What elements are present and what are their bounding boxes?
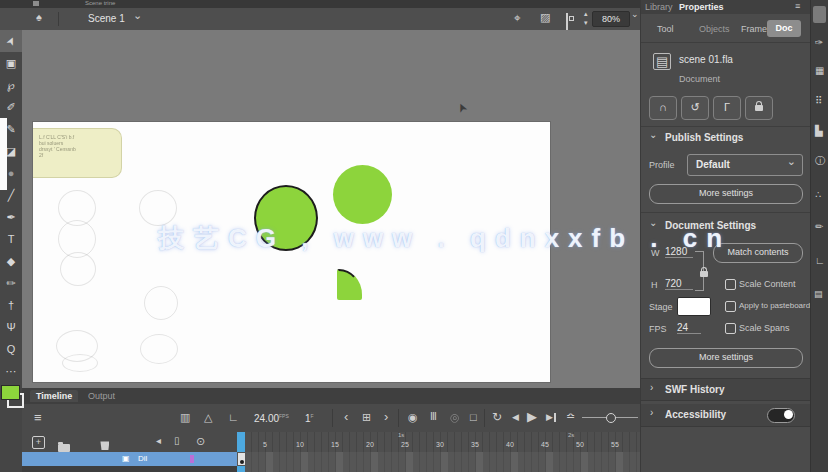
swf-history-row[interactable]: › SWF History — [641, 378, 811, 401]
zoom-dropdown-icon[interactable]: ⌄ — [631, 10, 639, 19]
fps-input[interactable]: 24 — [677, 322, 701, 334]
publish-collapse-icon[interactable]: ⌄ — [649, 130, 657, 140]
prev-keyframe-icon[interactable]: ‹ — [344, 410, 348, 423]
subselection-tool[interactable]: ▣ — [0, 52, 22, 74]
scale-spans-checkbox[interactable] — [725, 323, 736, 334]
onion-range-icon[interactable]: ◎ — [450, 412, 460, 423]
publish-settings-title[interactable]: Publish Settings — [665, 132, 743, 143]
zoom-tool[interactable]: Q — [0, 338, 22, 360]
more-tools-button[interactable]: ⋯ — [0, 360, 22, 382]
step-back-icon[interactable]: ◀ — [512, 413, 519, 422]
height-input[interactable]: 720 — [665, 278, 693, 290]
scale-content-checkbox[interactable] — [725, 279, 736, 290]
dock-icon-3[interactable]: ⠿ — [815, 96, 822, 106]
frame-rate-value[interactable]: 24.00FPS — [254, 413, 289, 424]
pen-tool[interactable]: ✒ — [0, 206, 22, 228]
accessibility-toggle[interactable] — [767, 408, 795, 423]
keyframe-cell[interactable] — [237, 452, 246, 466]
center-stage-icon[interactable]: ⌖ — [514, 12, 521, 24]
profile-select[interactable]: Default ⌄ — [687, 154, 803, 176]
frame-grid[interactable] — [238, 452, 640, 472]
layer-name[interactable]: Dil — [138, 454, 147, 463]
tab-objects[interactable]: Objects — [699, 24, 730, 34]
loop-playback-icon[interactable]: ↻ — [492, 411, 502, 423]
stage-color-swatch[interactable] — [677, 297, 711, 316]
pencil-tool[interactable]: ✏ — [0, 272, 22, 294]
collapse-layers-icon[interactable]: ◂ — [156, 436, 161, 446]
resize-timeline-icon[interactable]: ≏ — [566, 411, 575, 422]
text-tool[interactable]: T — [0, 228, 22, 250]
docset-more-settings-button[interactable]: More settings — [649, 348, 803, 368]
dock-icon-9[interactable]: ▤ — [814, 290, 823, 299]
playhead[interactable] — [237, 432, 245, 452]
pasteboard-left-sliver — [0, 118, 7, 190]
dock-thumbnail[interactable] — [813, 6, 826, 23]
edit-multiple-frames-icon[interactable]: □ — [470, 412, 477, 423]
clip-content-icon[interactable]: ▨ — [540, 12, 550, 23]
next-keyframe-icon[interactable]: › — [384, 410, 388, 423]
paint-bucket-tool[interactable]: ◆ — [0, 250, 22, 272]
highlight-layers-icon[interactable]: ▯ — [174, 436, 180, 446]
apply-pasteboard-checkbox[interactable] — [725, 301, 736, 312]
tab-properties[interactable]: Properties — [679, 2, 724, 12]
window-title: Scene trine — [85, 0, 115, 6]
dock-icon-2[interactable]: ▦ — [815, 66, 824, 76]
layer-outline-color-swatch[interactable] — [190, 455, 194, 463]
delete-layer-button[interactable] — [100, 440, 109, 450]
publish-more-settings-button[interactable]: More settings — [649, 184, 803, 204]
lasso-tool[interactable]: ℘ — [0, 74, 22, 96]
zoom-level-input[interactable]: 80% — [592, 11, 630, 27]
tab-tool[interactable]: Tool — [657, 24, 674, 34]
window-button-icon[interactable] — [33, 1, 39, 6]
green-quarter-shape[interactable] — [337, 269, 362, 300]
new-folder-button[interactable] — [58, 444, 70, 452]
current-frame-value: 1F — [305, 413, 314, 424]
hand-tool[interactable]: Ψ — [0, 316, 22, 338]
dock-icon-8[interactable]: ∟ — [815, 256, 825, 266]
tab-timeline[interactable]: Timeline — [30, 390, 78, 402]
layers-panel-icon[interactable]: ≡ — [34, 411, 42, 424]
accessibility-row[interactable]: › Accessibility — [641, 404, 811, 427]
new-layer-button[interactable]: + — [32, 436, 45, 449]
fill-color-swatch[interactable] — [1, 385, 20, 400]
history-button[interactable]: ↺ — [681, 96, 709, 120]
play-button-icon[interactable]: ▶ — [527, 410, 537, 423]
zoom-stepper-down-icon[interactable]: ▾ — [584, 19, 588, 26]
selection-tool[interactable]: ➤ — [0, 30, 22, 52]
tab-library[interactable]: Library — [645, 2, 673, 12]
green-circle[interactable] — [333, 165, 392, 224]
frame-graph-icon[interactable]: ∟ — [228, 412, 239, 423]
scene-name[interactable]: Scene 1 — [88, 13, 125, 24]
fluid-brush-tool[interactable]: ✐ — [0, 96, 22, 118]
timeline-scroll-nub[interactable] — [237, 466, 245, 472]
wh-link-lock-icon[interactable] — [700, 271, 708, 277]
corner-button[interactable]: Γ — [713, 96, 741, 120]
tab-frame[interactable]: Frame — [741, 24, 767, 34]
dock-icon-1[interactable]: ✑ — [815, 38, 823, 48]
dock-icon-4[interactable]: ▙ — [815, 126, 823, 136]
panel-menu-icon[interactable]: ≡ — [795, 2, 800, 11]
lock-button[interactable] — [745, 96, 773, 120]
warnings-icon[interactable]: △ — [204, 412, 212, 423]
back-to-scene-icon[interactable]: ♠ — [36, 12, 42, 23]
layer-row-selected[interactable]: ▣ Dil — [22, 452, 238, 466]
scene-chevron-icon[interactable]: ⌄ — [133, 10, 142, 21]
tab-doc[interactable]: Doc — [767, 20, 801, 37]
onion-skin-icon[interactable]: ◉ — [408, 412, 418, 423]
insert-keyframe-icon[interactable]: ⊞ — [362, 412, 371, 423]
camera-icon[interactable]: ▥ — [180, 412, 190, 423]
onion-outlines-icon[interactable]: Ⅲ — [430, 412, 437, 422]
dock-icon-6[interactable]: ∴ — [815, 190, 821, 200]
show-hide-all-icon[interactable]: ⊙ — [196, 436, 205, 447]
dock-icon-5[interactable]: ⓘ — [815, 156, 825, 166]
sticky-note[interactable]: L.f C'LL C'S'i b.f bui soluers drssyt ' … — [33, 128, 122, 178]
timeline-zoom-slider-knob[interactable] — [606, 413, 616, 423]
zoom-stepper-up-icon[interactable]: ▴ — [584, 10, 588, 17]
ruler-number: 5 — [263, 441, 267, 448]
asset-warp-tool[interactable]: † — [0, 294, 22, 316]
frame-ruler[interactable]: 1s 2s 5 10 15 20 25 30 35 40 45 50 55 — [238, 432, 640, 453]
tab-output[interactable]: Output — [88, 391, 115, 401]
document-type: Document — [679, 74, 720, 84]
step-forward-icon[interactable]: ▶ — [546, 413, 556, 422]
snap-button[interactable]: ∩ — [649, 96, 677, 120]
